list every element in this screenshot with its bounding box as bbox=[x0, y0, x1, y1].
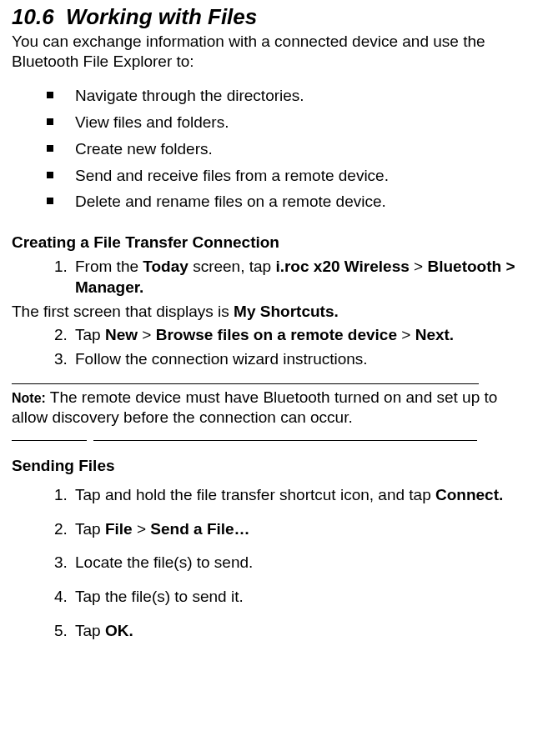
list-item: Send and receive files from a remote dev… bbox=[62, 163, 531, 189]
document-page: 10.6 Working with Files You can exchange… bbox=[0, 0, 543, 756]
text: Tap bbox=[75, 326, 105, 343]
list-item: Navigate through the directories. bbox=[62, 83, 531, 109]
subheading-create-connection: Creating a File Transfer Connection bbox=[12, 233, 531, 252]
note-label: Note: bbox=[12, 391, 46, 405]
text: Tap and hold the file transfer shortcut … bbox=[75, 486, 435, 503]
list-item: From the Today screen, tap i.roc x20 Wir… bbox=[72, 255, 531, 299]
text: > bbox=[138, 326, 156, 343]
bold-text: Send a File… bbox=[150, 520, 249, 538]
text: Tap bbox=[75, 622, 105, 639]
bold-text: Today bbox=[143, 258, 189, 275]
section-title: Working with Files bbox=[66, 4, 257, 29]
list-item: Delete and rename files on a remote devi… bbox=[62, 188, 531, 215]
create-connection-steps: From the Today screen, tap i.roc x20 Wir… bbox=[12, 255, 531, 299]
capabilities-list: Navigate through the directories. View f… bbox=[12, 83, 531, 215]
text: The first screen that displays is bbox=[12, 303, 234, 320]
list-item: Tap OK. bbox=[72, 614, 531, 648]
sending-files-steps: Tap and hold the file transfer shortcut … bbox=[12, 478, 531, 648]
bold-text: Browse files on a remote device bbox=[156, 326, 397, 343]
bold-text: Connect. bbox=[435, 486, 503, 503]
list-item: Tap New > Browse files on a remote devic… bbox=[72, 323, 531, 348]
divider bbox=[93, 440, 477, 441]
section-heading: 10.6 Working with Files bbox=[12, 5, 531, 30]
text: > bbox=[133, 520, 151, 538]
bold-text: OK. bbox=[105, 622, 133, 639]
text: From the bbox=[75, 258, 143, 275]
divider bbox=[12, 440, 87, 441]
bold-text: File bbox=[105, 520, 133, 538]
bold-text: Next. bbox=[415, 326, 454, 343]
text: > bbox=[410, 258, 428, 275]
list-item: View files and folders. bbox=[62, 109, 531, 136]
note-paragraph: Note: The remote device must have Blueto… bbox=[12, 388, 531, 428]
text: screen, tap bbox=[189, 258, 276, 275]
list-item: Locate the file(s) to send. bbox=[72, 546, 531, 580]
divider-row bbox=[12, 430, 531, 445]
list-item: Follow the connection wizard instruction… bbox=[72, 348, 531, 372]
divider bbox=[12, 383, 479, 384]
list-item: Tap and hold the file transfer shortcut … bbox=[72, 478, 531, 513]
create-connection-steps-cont: Tap New > Browse files on a remote devic… bbox=[12, 323, 531, 371]
note-text: The remote device must have Bluetooth tu… bbox=[12, 388, 497, 427]
interjection: The first screen that displays is My Sho… bbox=[12, 302, 531, 323]
list-item: Create new folders. bbox=[62, 136, 531, 163]
section-number: 10.6 bbox=[12, 4, 54, 29]
intro-paragraph: You can exchange information with a conn… bbox=[12, 32, 531, 72]
list-item: Tap the file(s) to send it. bbox=[72, 580, 531, 614]
bold-text: New bbox=[105, 326, 138, 343]
bold-text: My Shortcuts. bbox=[234, 303, 339, 320]
list-item: Tap File > Send a File… bbox=[72, 513, 531, 547]
bold-text: i.roc x20 Wireless bbox=[275, 258, 409, 275]
subheading-sending-files: Sending Files bbox=[12, 457, 531, 475]
text: > bbox=[397, 326, 415, 343]
text: Tap bbox=[75, 520, 105, 538]
